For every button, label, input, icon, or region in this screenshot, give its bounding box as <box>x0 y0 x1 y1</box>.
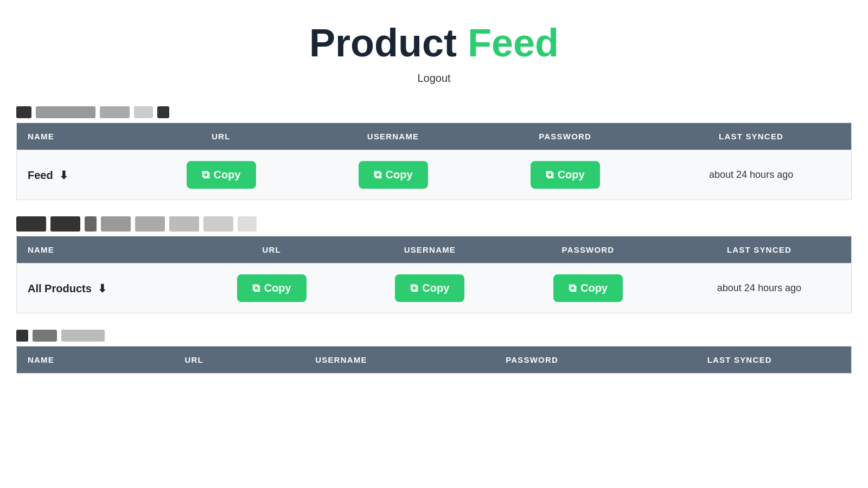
section3-placeholder-2 <box>33 330 57 342</box>
copy-icon-url-1: ⧉ <box>202 169 209 181</box>
download-icon-2: ⬇ <box>98 282 107 295</box>
section2-header <box>16 216 852 232</box>
title-product: Product <box>309 21 457 65</box>
feed-table-1-head: NAME URL USERNAME PASSWORD LAST SYNCED <box>17 123 852 150</box>
feed-section-1: NAME URL USERNAME PASSWORD LAST SYNCED F… <box>16 106 852 200</box>
section3-header <box>16 330 852 342</box>
col-header-url-2: URL <box>193 236 351 264</box>
username-copy-cell-2: ⧉ Copy <box>351 264 509 313</box>
feed-section-2: NAME URL USERNAME PASSWORD LAST SYNCED A… <box>16 216 852 313</box>
feed-table-3-head: NAME URL USERNAME PASSWORD LAST SYNCED <box>17 346 852 374</box>
section2-placeholder-1 <box>16 216 46 232</box>
section2-placeholder-3 <box>85 216 97 232</box>
password-copy-button-2[interactable]: ⧉ Copy <box>553 274 623 302</box>
section1-placeholder-3 <box>100 106 130 118</box>
section3-placeholder-3 <box>61 330 105 342</box>
feed-table-2-body: All Products ⬇ ⧉ Copy ⧉ Copy <box>17 264 852 313</box>
col-header-username-3: USERNAME <box>246 346 436 374</box>
logout-link[interactable]: Logout <box>0 72 868 85</box>
password-copy-button-1[interactable]: ⧉ Copy <box>531 161 600 189</box>
url-copy-button-1[interactable]: ⧉ Copy <box>187 161 256 189</box>
section3-placeholder-1 <box>16 330 28 342</box>
feed-name-1: Feed ⬇ <box>17 150 135 200</box>
username-copy-button-2[interactable]: ⧉ Copy <box>395 274 464 302</box>
section2-placeholder-8 <box>238 216 257 232</box>
col-header-name-1: NAME <box>17 123 135 150</box>
col-header-username-2: USERNAME <box>351 236 509 264</box>
synced-cell-1: about 24 hours ago <box>651 150 851 200</box>
table-row: All Products ⬇ ⧉ Copy ⧉ Copy <box>17 264 852 313</box>
password-copy-cell-1: ⧉ Copy <box>479 150 651 200</box>
url-copy-cell-2: ⧉ Copy <box>193 264 351 313</box>
copy-icon-url-2: ⧉ <box>252 282 260 294</box>
username-copy-button-1[interactable]: ⧉ Copy <box>359 161 428 189</box>
username-copy-cell-1: ⧉ Copy <box>307 150 479 200</box>
col-header-password-2: PASSWORD <box>509 236 667 264</box>
section2-placeholder-7 <box>203 216 233 232</box>
copy-icon-username-1: ⧉ <box>374 169 381 181</box>
col-header-url-1: URL <box>135 123 307 150</box>
section1-placeholder-1 <box>16 106 31 118</box>
synced-cell-2: about 24 hours ago <box>667 264 852 313</box>
url-copy-cell-1: ⧉ Copy <box>135 150 307 200</box>
feed-section-3: NAME URL USERNAME PASSWORD LAST SYNCED <box>16 330 852 374</box>
section1-placeholder-4 <box>134 106 153 118</box>
copy-icon-username-2: ⧉ <box>410 282 418 294</box>
col-header-username-1: USERNAME <box>307 123 479 150</box>
page-header: Product Feed Logout <box>0 0 868 90</box>
download-icon-1: ⬇ <box>59 169 68 182</box>
password-copy-cell-2: ⧉ Copy <box>509 264 667 313</box>
col-header-url-3: URL <box>142 346 246 374</box>
col-header-password-3: PASSWORD <box>436 346 628 374</box>
section1-placeholder-2 <box>36 106 95 118</box>
col-header-synced-1: LAST SYNCED <box>651 123 851 150</box>
table-row: Feed ⬇ ⧉ Copy ⧉ Copy <box>17 150 852 200</box>
copy-icon-password-1: ⧉ <box>546 169 553 181</box>
feed-table-1-body: Feed ⬇ ⧉ Copy ⧉ Copy <box>17 150 852 200</box>
page-title: Product Feed <box>0 22 868 65</box>
section2-placeholder-5 <box>135 216 165 232</box>
feed-table-1: NAME URL USERNAME PASSWORD LAST SYNCED F… <box>16 123 852 200</box>
feed-name-2: All Products ⬇ <box>17 264 193 313</box>
col-header-synced-3: LAST SYNCED <box>628 346 851 374</box>
section2-placeholder-2 <box>50 216 80 232</box>
copy-icon-password-2: ⧉ <box>569 282 576 294</box>
section2-placeholder-6 <box>169 216 199 232</box>
col-header-password-1: PASSWORD <box>479 123 651 150</box>
section1-placeholder-5 <box>157 106 169 118</box>
main-content: NAME URL USERNAME PASSWORD LAST SYNCED F… <box>0 90 868 374</box>
url-copy-button-2[interactable]: ⧉ Copy <box>237 274 307 302</box>
title-feed: Feed <box>468 21 559 65</box>
section2-placeholder-4 <box>101 216 131 232</box>
col-header-synced-2: LAST SYNCED <box>667 236 852 264</box>
col-header-name-2: NAME <box>17 236 193 264</box>
feed-table-2: NAME URL USERNAME PASSWORD LAST SYNCED A… <box>16 236 852 313</box>
col-header-name-3: NAME <box>17 346 142 374</box>
feed-table-2-head: NAME URL USERNAME PASSWORD LAST SYNCED <box>17 236 852 264</box>
section1-header <box>16 106 852 118</box>
feed-table-3: NAME URL USERNAME PASSWORD LAST SYNCED <box>16 346 852 374</box>
